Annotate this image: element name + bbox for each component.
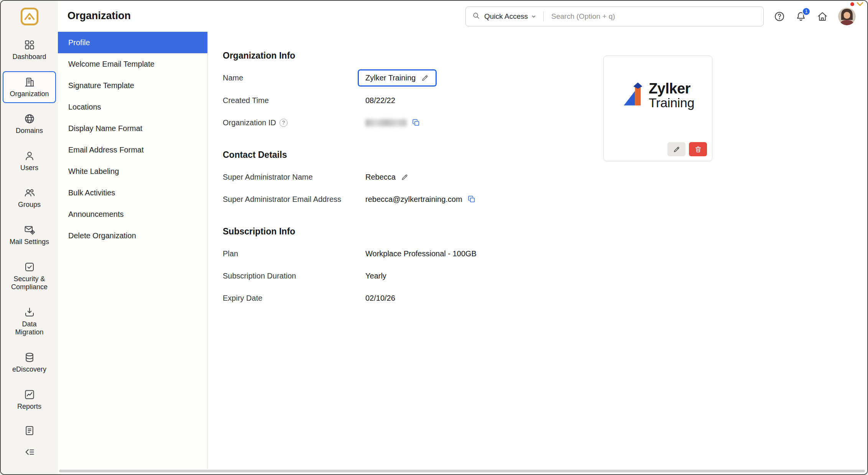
brand-line2: Training	[649, 96, 694, 110]
organization-id-value-redacted	[365, 119, 407, 126]
quick-access-dropdown[interactable]: Quick Access	[484, 12, 536, 21]
help-icon	[774, 11, 785, 22]
super-admin-email-value: rebecca@zylkertraining.com	[365, 195, 462, 204]
submenu-item-welcome-email-template[interactable]: Welcome Email Template	[58, 53, 207, 75]
subscription-duration-label: Subscription Duration	[223, 272, 365, 280]
sidebar-item-organization[interactable]: Organization	[3, 71, 56, 103]
section-heading: Subscription Info	[223, 226, 867, 237]
super-admin-email-value-area: rebecca@zylkertraining.com	[365, 195, 476, 204]
plan-label: Plan	[223, 249, 365, 258]
edit-name-button[interactable]	[421, 74, 429, 82]
app-logo-icon[interactable]	[20, 7, 39, 26]
sidebar-item-ediscovery[interactable]: eDiscovery	[3, 347, 56, 379]
sidebar-item-security-compliance[interactable]: Security & Compliance	[3, 256, 56, 296]
super-admin-email-row: Super Administrator Email Address rebecc…	[223, 191, 867, 208]
search-input[interactable]	[551, 12, 757, 21]
subscription-duration-value: Yearly	[365, 272, 386, 280]
global-search[interactable]: Quick Access	[465, 7, 764, 26]
sidebar-item-label: Data Migration	[8, 320, 51, 337]
groups-icon	[24, 187, 35, 198]
corner-status-dot	[850, 2, 854, 6]
organization-id-label: Organization ID ?	[223, 118, 365, 127]
submenu-item-delete-organization[interactable]: Delete Organization	[58, 225, 207, 246]
copy-organization-id-button[interactable]	[412, 118, 420, 127]
organization-id-row: Organization ID ?	[223, 114, 867, 131]
delete-logo-button[interactable]	[689, 142, 707, 156]
submenu-item-bulk-activities[interactable]: Bulk Activities	[58, 182, 207, 203]
super-admin-email-label: Super Administrator Email Address	[223, 195, 365, 204]
help-button[interactable]	[774, 11, 785, 22]
submenu-item-display-name-format[interactable]: Display Name Format	[58, 118, 207, 139]
edit-super-admin-button[interactable]	[401, 173, 409, 181]
avatar-image	[838, 8, 856, 25]
collapse-sidebar-button[interactable]	[3, 442, 56, 462]
organization-logo-card: Zylker Training	[603, 56, 712, 161]
security-compliance-icon	[24, 261, 35, 273]
sidebar-item-dashboard[interactable]: Dashboard	[3, 34, 56, 66]
sidebar-item-label: Dashboard	[12, 53, 46, 61]
sidebar-item-data-migration[interactable]: Data Migration	[3, 301, 56, 342]
expiry-date-label: Expiry Date	[223, 294, 365, 303]
subscription-info-section: Subscription Info Plan Workplace Profess…	[223, 226, 867, 306]
collapse-sidebar-icon	[24, 446, 35, 458]
sidebar-item-label: eDiscovery	[12, 365, 46, 374]
super-admin-name-row: Super Administrator Name Rebecca	[223, 169, 867, 185]
app-window: Dashboard Organization Domains Users Gro	[0, 0, 868, 475]
reports-icon	[24, 389, 35, 400]
submenu-item-profile[interactable]: Profile	[58, 32, 207, 53]
home-icon	[817, 11, 828, 22]
invoice-icon	[24, 425, 35, 436]
submenu-item-announcements[interactable]: Announcements	[58, 203, 207, 225]
horizontal-scrollbar[interactable]	[59, 470, 865, 472]
sidebar-item-domains[interactable]: Domains	[3, 108, 56, 140]
primary-sidebar: Dashboard Organization Domains Users Gro	[1, 1, 58, 474]
submenu-item-signature-template[interactable]: Signature Template	[58, 75, 207, 96]
users-icon	[24, 150, 35, 162]
organization-id-help-icon[interactable]: ?	[279, 119, 288, 127]
super-admin-name-label: Super Administrator Name	[223, 173, 365, 182]
sidebar-item-reports[interactable]: Reports	[3, 384, 56, 416]
sidebar-item-groups[interactable]: Groups	[3, 182, 56, 214]
organization-name-value: Zylker Training	[365, 74, 416, 82]
organization-icon	[24, 76, 35, 88]
sidebar-item-mail-settings[interactable]: Mail Settings	[3, 219, 56, 251]
submenu-item-email-address-format[interactable]: Email Address Format	[58, 139, 207, 161]
notifications-button[interactable]: 1	[795, 11, 807, 22]
pencil-icon	[421, 74, 429, 82]
created-time-label: Created Time	[223, 96, 365, 105]
organization-id-value-area	[365, 118, 420, 127]
mail-settings-icon	[24, 224, 35, 236]
submenu-item-locations[interactable]: Locations	[58, 96, 207, 118]
home-button[interactable]	[817, 11, 828, 22]
sidebar-item-label: Domains	[16, 127, 43, 135]
notification-badge: 1	[802, 7, 810, 16]
pencil-icon	[673, 146, 681, 153]
section-heading: Contact Details	[223, 149, 867, 160]
ediscovery-icon	[24, 352, 35, 363]
sidebar-item-label: Groups	[18, 201, 41, 209]
search-divider	[543, 11, 544, 21]
data-migration-icon	[24, 306, 35, 318]
plan-value: Workplace Professional - 100GB	[365, 249, 477, 258]
collapse-toolbar-icon[interactable]	[856, 2, 864, 8]
domains-icon	[24, 113, 35, 124]
expiry-date-value: 02/10/26	[365, 294, 395, 303]
sidebar-item-label: Mail Settings	[10, 238, 49, 246]
logo-card-actions	[667, 142, 707, 156]
contact-details-section: Contact Details Super Administrator Name…	[223, 149, 867, 208]
submenu-item-white-labeling[interactable]: White Labeling	[58, 161, 207, 182]
edit-logo-button[interactable]	[667, 142, 686, 156]
copy-email-button[interactable]	[467, 195, 476, 203]
organization-name-field: Zylker Training	[358, 69, 437, 87]
chevron-down-icon	[531, 14, 536, 19]
sidebar-item-invoice[interactable]	[3, 421, 56, 441]
page-title: Organization	[67, 10, 131, 22]
search-icon	[472, 11, 480, 21]
header-actions: Quick Access 1	[465, 1, 856, 32]
organization-info-section: Organization Info Name Zylker Training C…	[223, 50, 867, 131]
brand-line1: Zylker	[649, 81, 694, 96]
sidebar-item-users[interactable]: Users	[3, 145, 56, 177]
created-time-row: Created Time 08/22/22	[223, 92, 867, 109]
top-header: Organization Quick Access 1	[58, 1, 867, 32]
user-avatar[interactable]	[838, 8, 856, 25]
